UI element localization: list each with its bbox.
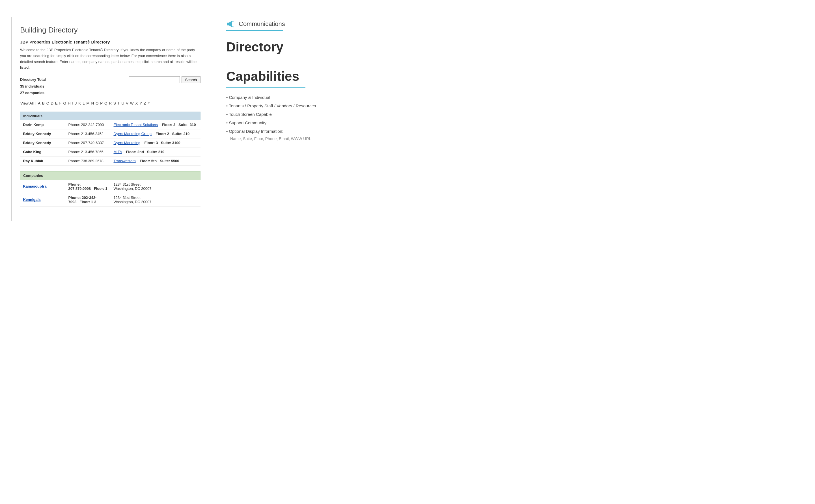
company-phone: Phone: 202-342-7098 Floor: 1-3 xyxy=(66,193,111,206)
alpha-R[interactable]: R xyxy=(109,101,112,105)
individuals-table: Individuals Darin Kemp Phone: 202-342-70… xyxy=(20,112,200,166)
individual-phone: Phone: 207-749-6337 xyxy=(66,138,111,147)
company-name-link[interactable]: Kennigals xyxy=(23,197,41,202)
cap-item-3: Touch Screen Capable xyxy=(226,110,804,119)
alpha-H[interactable]: H xyxy=(68,101,71,105)
individual-details: MITA Floor: 2nd Suite: 210 xyxy=(111,147,200,156)
capabilities-underline xyxy=(226,87,305,88)
alpha-D[interactable]: D xyxy=(51,101,53,105)
alpha-hash[interactable]: # xyxy=(147,101,150,105)
individual-name: Darin Kemp xyxy=(20,120,66,129)
alpha-W[interactable]: W xyxy=(130,101,134,105)
individuals-count: 35 individuals xyxy=(20,83,46,90)
alpha-M[interactable]: M xyxy=(86,101,89,105)
company-phone: Phone: 207.879.0998 Floor: 1 xyxy=(66,180,111,193)
right-panel: Communications Directory Capabilities Co… xyxy=(226,17,804,142)
svg-rect-1 xyxy=(227,23,229,25)
individual-name: Gabe King xyxy=(20,147,66,156)
cap-item-2: Tenants / Property Staff / Vendors / Res… xyxy=(226,102,804,110)
company-address: 1234 31st StreetWashington, DC 20007 xyxy=(111,193,200,206)
optional-sub-text: Name, Suite, Floor, Phone, Email, WWW UR… xyxy=(230,136,804,142)
view-all-link[interactable]: View All xyxy=(20,101,34,105)
alpha-Q[interactable]: Q xyxy=(104,101,107,105)
company-link[interactable]: Electronic Tenant Solutions xyxy=(114,123,158,127)
communications-label: Communications xyxy=(239,20,285,28)
capabilities-heading: Capabilities xyxy=(226,69,804,84)
company-link[interactable]: Dyers Marketing xyxy=(114,141,140,145)
svg-line-4 xyxy=(233,26,234,27)
alpha-N[interactable]: N xyxy=(91,101,94,105)
directory-total-label: Directory Total xyxy=(20,76,46,83)
cap-item-1: Company & Individual xyxy=(226,93,804,102)
alpha-T[interactable]: T xyxy=(118,101,120,105)
alpha-V[interactable]: V xyxy=(126,101,128,105)
individual-row: Ray Kubiak Phone: 738.389.2678 Transwest… xyxy=(20,156,200,165)
alpha-P[interactable]: P xyxy=(100,101,103,105)
alphabet-nav: View All | A B C D E F G H I J K L M N O… xyxy=(20,100,200,107)
pipe-divider: | xyxy=(35,101,36,105)
alpha-F[interactable]: F xyxy=(59,101,61,105)
alpha-B[interactable]: B xyxy=(42,101,45,105)
company-address: 1234 31st StreetWashington, DC 20007 xyxy=(111,180,200,193)
individual-row: Gabe King Phone: 213.456.7865 MITA Floor… xyxy=(20,147,200,156)
individual-phone: Phone: 202-342-7090 xyxy=(66,120,111,129)
page-title: Building Directory xyxy=(20,26,200,34)
alpha-Z[interactable]: Z xyxy=(144,101,146,105)
alpha-U[interactable]: U xyxy=(122,101,124,105)
companies-table: Companies Kamasouptra Phone: 207.879.099… xyxy=(20,171,200,207)
search-area: Search xyxy=(129,76,200,83)
individual-details: Dyers Marketing Group Floor: 2 Suite: 21… xyxy=(111,129,200,138)
left-panel: Building Directory JBP Properties Electr… xyxy=(11,17,209,221)
individual-name: Bridey Kennedy xyxy=(20,129,66,138)
company-name: Kamasouptra xyxy=(20,180,66,193)
company-name-link[interactable]: Kamasouptra xyxy=(23,184,47,188)
alpha-X[interactable]: X xyxy=(135,101,138,105)
stats: Directory Total 35 individuals 27 compan… xyxy=(20,76,46,96)
communications-underline xyxy=(226,30,283,31)
alpha-E[interactable]: E xyxy=(55,101,58,105)
stats-search-row: Directory Total 35 individuals 27 compan… xyxy=(20,76,200,96)
company-link[interactable]: Transwestern xyxy=(114,159,136,163)
alpha-G[interactable]: G xyxy=(63,101,66,105)
cap-item-5: Optional Display Information: xyxy=(226,127,804,136)
alpha-Y[interactable]: Y xyxy=(139,101,142,105)
companies-count: 27 companies xyxy=(20,90,46,96)
company-name: Kennigals xyxy=(20,193,66,206)
individual-details: Electronic Tenant Solutions Floor: 3 Sui… xyxy=(111,120,200,129)
company-row: Kennigals Phone: 202-342-7098 Floor: 1-3… xyxy=(20,193,200,206)
alpha-J[interactable]: J xyxy=(75,101,77,105)
company-link[interactable]: MITA xyxy=(114,150,122,154)
svg-line-2 xyxy=(233,21,234,22)
company-link[interactable]: Dyers Marketing Group xyxy=(114,132,151,136)
individual-name: Ray Kubiak xyxy=(20,156,66,165)
companies-header: Companies xyxy=(20,171,200,180)
individual-details: Dyers Marketing Floor: 3 Suite: 3100 xyxy=(111,138,200,147)
individual-phone: Phone: 738.389.2678 xyxy=(66,156,111,165)
directory-heading: Directory xyxy=(226,39,804,55)
individual-name: Bridey Kennedy xyxy=(20,138,66,147)
individual-phone: Phone: 213.456.3452 xyxy=(66,129,111,138)
individual-row: Bridey Kennedy Phone: 207-749-6337 Dyers… xyxy=(20,138,200,147)
individual-details: Transwestern Floor: 5th Suite: 5500 xyxy=(111,156,200,165)
alpha-C[interactable]: C xyxy=(46,101,49,105)
subtitle: JBP Properties Electronic Tenant® Direct… xyxy=(20,40,200,44)
description: Welcome to the JBP Properties Electronic… xyxy=(20,47,200,71)
megaphone-icon xyxy=(226,20,236,28)
capabilities-list: Company & Individual Tenants / Property … xyxy=(226,93,804,136)
individuals-header: Individuals xyxy=(20,112,200,120)
alpha-S[interactable]: S xyxy=(113,101,116,105)
alpha-O[interactable]: O xyxy=(96,101,99,105)
individual-phone: Phone: 213.456.7865 xyxy=(66,147,111,156)
cap-item-4: Support Community xyxy=(226,119,804,127)
search-input[interactable] xyxy=(129,76,180,83)
individual-row: Bridey Kennedy Phone: 213.456.3452 Dyers… xyxy=(20,129,200,138)
company-row: Kamasouptra Phone: 207.879.0998 Floor: 1… xyxy=(20,180,200,193)
search-button[interactable]: Search xyxy=(181,76,200,83)
communications-header: Communications xyxy=(226,20,804,28)
alpha-A[interactable]: A xyxy=(38,101,40,105)
alpha-I[interactable]: I xyxy=(72,101,73,105)
alpha-K[interactable]: K xyxy=(78,101,81,105)
individual-row: Darin Kemp Phone: 202-342-7090 Electroni… xyxy=(20,120,200,129)
alpha-L[interactable]: L xyxy=(83,101,85,105)
